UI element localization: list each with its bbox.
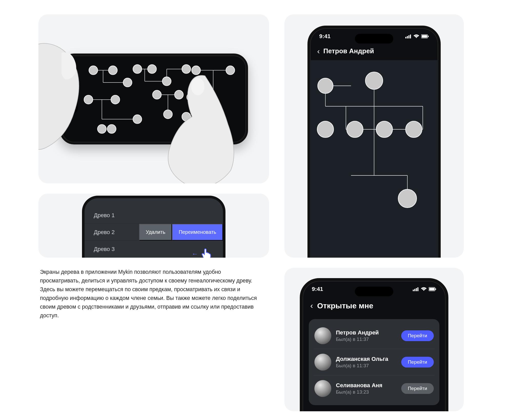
svg-rect-36	[413, 290, 414, 291]
back-icon[interactable]: ‹	[310, 301, 313, 310]
svg-point-11	[111, 95, 119, 104]
tree-nodes[interactable]	[84, 65, 234, 133]
open-button[interactable]: Перейти	[401, 357, 434, 368]
rename-button[interactable]: Переименовать	[172, 224, 223, 240]
svg-point-16	[182, 112, 190, 121]
svg-point-18	[97, 124, 106, 133]
swipe-hint: ←	[192, 247, 212, 258]
svg-rect-24	[408, 35, 409, 38]
svg-rect-42	[435, 288, 436, 290]
panel-portrait-tree: 9:41 ‹ Петров Андрей	[284, 14, 464, 258]
dynamic-island	[355, 34, 393, 44]
status-time: 9:41	[312, 286, 323, 292]
svg-point-30	[365, 72, 383, 89]
svg-rect-38	[416, 288, 417, 291]
svg-point-1	[108, 66, 117, 75]
battery-icon	[429, 287, 436, 291]
svg-point-34	[406, 121, 422, 138]
panel-shared-list: 9:41 ‹ Открытые мне Петров Андрей Был(а)…	[284, 268, 464, 411]
svg-point-19	[107, 124, 116, 133]
avatar	[314, 380, 331, 397]
phone-portrait-tree: 9:41 ‹ Петров Андрей	[307, 26, 441, 258]
svg-point-29	[318, 78, 333, 93]
family-tree-canvas[interactable]	[310, 60, 438, 258]
svg-point-2	[133, 65, 141, 73]
tree-list-label: Древо 2	[85, 229, 139, 236]
svg-point-33	[376, 121, 393, 138]
contact-status: Был(а) в 11:37	[336, 337, 397, 342]
delete-button[interactable]: Удалить	[139, 224, 172, 240]
svg-rect-41	[429, 288, 435, 290]
svg-point-7	[123, 78, 132, 87]
avatar	[314, 354, 331, 371]
contact-name: Селиванова Аня	[336, 382, 397, 389]
svg-point-14	[133, 115, 141, 123]
avatar	[314, 327, 331, 344]
screen-title: Петров Андрей	[323, 47, 374, 55]
contact-status: Был(а) в 13:23	[336, 389, 397, 395]
svg-point-17	[216, 112, 225, 121]
open-button[interactable]: Перейти	[401, 383, 434, 394]
back-icon[interactable]: ‹	[317, 47, 320, 55]
svg-rect-37	[414, 289, 415, 291]
family-tree-canvas[interactable]	[62, 56, 246, 142]
contact-status: Был(а) в 11:37	[336, 363, 397, 369]
svg-point-31	[317, 121, 334, 138]
battery-icon	[421, 34, 429, 38]
tree-list-row[interactable]: Древо 2 Удалить Переименовать	[85, 224, 223, 241]
svg-point-12	[152, 90, 161, 99]
svg-point-10	[84, 95, 92, 104]
screen-title: Открытые мне	[317, 301, 373, 310]
svg-point-13	[174, 90, 183, 99]
svg-point-20	[199, 124, 208, 133]
tree-list-label: Древо 1	[85, 212, 223, 219]
pointer-hand-icon	[200, 247, 212, 258]
shared-list: Петров Андрей Был(а) в 11:37 Перейти Дол…	[309, 319, 439, 405]
svg-rect-25	[410, 35, 411, 38]
screen-header: ‹ Открытые мне	[303, 297, 446, 315]
tree-nodes	[317, 72, 422, 208]
wifi-icon	[421, 287, 427, 291]
svg-rect-23	[407, 36, 408, 38]
svg-rect-27	[422, 35, 427, 38]
svg-point-15	[163, 110, 172, 118]
svg-rect-28	[428, 36, 429, 37]
svg-point-35	[398, 189, 417, 208]
shared-list-item[interactable]: Должанская Ольга Был(а) в 11:37 Перейти	[313, 349, 435, 375]
svg-point-9	[187, 93, 195, 101]
status-time: 9:41	[319, 33, 331, 40]
shared-list-item[interactable]: Селиванова Аня Был(а) в 13:23 Перейти	[313, 375, 435, 402]
panel-landscape-tree	[38, 14, 269, 183]
svg-point-32	[347, 121, 363, 138]
phone-shared-list: 9:41 ‹ Открытые мне Петров Андрей Был(а)…	[300, 278, 448, 411]
svg-rect-22	[405, 37, 406, 38]
tree-list-row[interactable]: Древо 3 ←	[85, 241, 223, 258]
contact-name: Петров Андрей	[336, 329, 397, 336]
svg-point-5	[192, 66, 200, 75]
tree-list-row[interactable]: Древо 1	[85, 207, 223, 224]
feature-description: Экраны дерева в приложении Mykin позволя…	[38, 268, 264, 411]
status-icons	[413, 287, 436, 291]
status-icons	[405, 34, 429, 38]
panel-swipe-list: Древо 1 Древо 2 Удалить Переименовать Др…	[38, 194, 269, 258]
svg-point-6	[226, 66, 234, 75]
swipe-actions: Удалить Переименовать	[139, 224, 223, 240]
svg-rect-39	[417, 287, 418, 291]
contact-name: Должанская Ольга	[336, 356, 397, 362]
screen-header: ‹ Петров Андрей	[310, 45, 438, 60]
shared-list-item[interactable]: Петров Андрей Был(а) в 11:37 Перейти	[313, 323, 435, 349]
phone-landscape	[60, 54, 248, 144]
dynamic-island	[355, 287, 393, 296]
svg-point-8	[162, 77, 171, 86]
svg-point-3	[148, 65, 156, 73]
wifi-icon	[414, 34, 419, 38]
cellular-icon	[405, 34, 411, 38]
svg-point-0	[89, 66, 97, 75]
phone-swipe-list: Древо 1 Древо 2 Удалить Переименовать Др…	[82, 196, 225, 258]
arrow-left-icon: ←	[192, 250, 198, 258]
open-button[interactable]: Перейти	[401, 330, 434, 341]
cellular-icon	[413, 287, 419, 291]
svg-point-4	[182, 65, 190, 73]
